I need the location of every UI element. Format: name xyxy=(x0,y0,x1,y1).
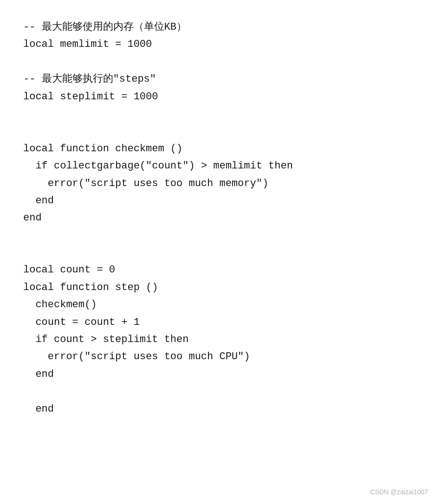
code-line: local count = 0 xyxy=(23,261,419,278)
code-line: if collectgarbage("count") > memlimit th… xyxy=(23,157,419,174)
code-block: -- 最大能够使用的内存（单位KB）local memlimit = 1000 … xyxy=(0,0,442,446)
code-line: count = count + 1 xyxy=(23,314,419,331)
code-line: -- 最大能够使用的内存（单位KB） xyxy=(23,19,419,36)
code-line: end xyxy=(23,366,419,383)
code-line: end xyxy=(23,209,419,226)
code-line: local memlimit = 1000 xyxy=(23,36,419,53)
code-line: local function checkmem () xyxy=(23,140,419,157)
code-line xyxy=(23,105,419,123)
code-line xyxy=(23,244,419,261)
code-line: if count > steplimit then xyxy=(23,331,419,348)
code-line: error("script uses too much memory") xyxy=(23,175,419,192)
code-line: error("script uses too much CPU") xyxy=(23,348,419,365)
code-line xyxy=(23,383,419,400)
code-line: checkmem() xyxy=(23,296,419,313)
code-line: end xyxy=(23,192,419,209)
code-line xyxy=(23,123,419,140)
code-line: local function step () xyxy=(23,279,419,296)
code-line xyxy=(23,227,419,244)
code-line: -- 最大能够执行的"steps" xyxy=(23,71,419,88)
code-line: local steplimit = 1000 xyxy=(23,88,419,105)
watermark: CSDN @zaizai1007 xyxy=(370,488,428,496)
code-line: end xyxy=(23,401,419,418)
code-line xyxy=(23,53,419,71)
